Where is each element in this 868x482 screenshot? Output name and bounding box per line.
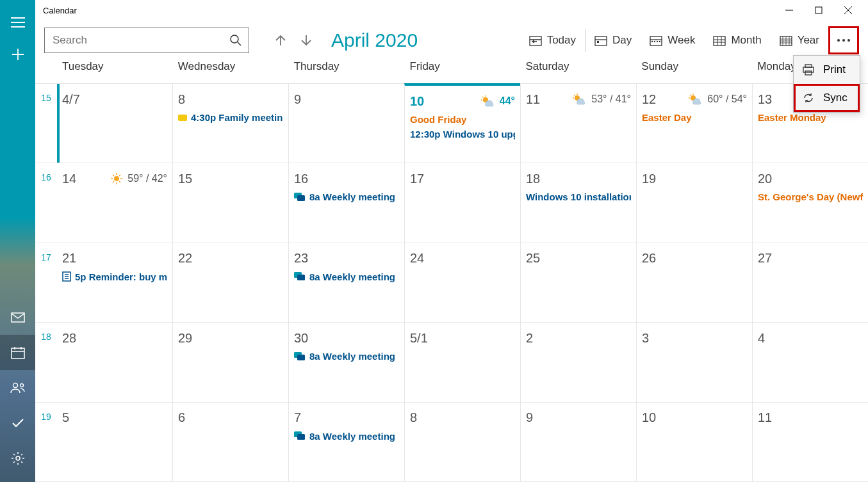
- month-title[interactable]: April 2020: [331, 29, 418, 51]
- day-button[interactable]: Day: [585, 28, 641, 53]
- calendar-cell[interactable]: 10: [636, 403, 752, 481]
- calendar-cell[interactable]: 18Windows 10 installation: [520, 163, 636, 242]
- calendar-cell[interactable]: 6: [172, 403, 288, 481]
- calendar-cell[interactable]: 1260° / 54°Easter Day: [636, 84, 752, 163]
- calendar-cell[interactable]: 4: [752, 323, 868, 401]
- maximize-button[interactable]: [804, 0, 833, 20]
- event-item[interactable]: Good Friday: [410, 114, 515, 125]
- calendar-cell[interactable]: 8: [404, 403, 520, 481]
- calendar-cell[interactable]: 3: [636, 323, 752, 401]
- calendar-cell[interactable]: 168a Weekly meeting: [288, 163, 404, 242]
- calendar-cell[interactable]: 27: [752, 243, 868, 322]
- next-month-button[interactable]: [299, 33, 313, 47]
- calendar-cell[interactable]: 9: [520, 403, 636, 481]
- calendar-cell[interactable]: 2: [520, 323, 636, 401]
- calendar-cell[interactable]: 15: [172, 163, 288, 242]
- search-box[interactable]: [44, 28, 249, 53]
- minimize-button[interactable]: [774, 0, 804, 20]
- svg-point-6: [231, 35, 238, 43]
- today-label: Today: [547, 34, 576, 47]
- calendar-cell[interactable]: 5/1: [404, 323, 520, 401]
- date-number: 19: [642, 172, 656, 186]
- year-button[interactable]: Year: [771, 28, 828, 53]
- calendar-cell[interactable]: 84:30p Family meeting: [172, 84, 288, 163]
- event-text: 8a Weekly meeting: [309, 431, 395, 442]
- event-item[interactable]: Easter Day: [642, 112, 747, 123]
- calendar-cell[interactable]: 4/7: [57, 84, 172, 163]
- calendar-cell[interactable]: 17: [404, 163, 520, 242]
- date-number: 25: [526, 251, 540, 266]
- calendar-cell[interactable]: 78a Weekly meeting: [288, 403, 404, 481]
- search-input[interactable]: [45, 34, 223, 47]
- today-button[interactable]: Today: [520, 28, 585, 53]
- close-button[interactable]: [833, 0, 863, 20]
- calendar-cell[interactable]: 1459° / 42°: [57, 163, 172, 242]
- date-number: 8: [178, 92, 185, 107]
- calendar-row: 195678a Weekly meeting891011: [35, 403, 868, 482]
- calendar-cell[interactable]: 24: [404, 243, 520, 322]
- weekday-label: Thursday: [289, 60, 405, 73]
- arrow-down-icon: [299, 33, 313, 47]
- calendar-cell[interactable]: 25: [520, 243, 636, 322]
- weekday-label: Sunday: [636, 60, 752, 73]
- sync-menuitem[interactable]: Sync: [794, 84, 860, 112]
- weather-info: 44°: [480, 95, 515, 108]
- mail-button[interactable]: [0, 300, 35, 335]
- event-text: 8a Weekly meeting: [309, 271, 395, 282]
- calendar-cell[interactable]: 9: [288, 84, 404, 163]
- week-number: 17: [35, 243, 57, 322]
- ellipsis-icon: [837, 38, 851, 42]
- calendar-cell[interactable]: 5: [57, 403, 172, 481]
- calendar-cell[interactable]: 20St. George's Day (Newfo: [752, 163, 868, 242]
- event-item[interactable]: 8a Weekly meeting: [294, 271, 399, 282]
- more-options-button[interactable]: [828, 26, 859, 54]
- hamburger-button[interactable]: [0, 6, 35, 38]
- search-icon[interactable]: [223, 28, 249, 53]
- calendar-cell[interactable]: 29: [172, 323, 288, 401]
- people-icon: [10, 382, 26, 394]
- print-icon: [803, 64, 814, 76]
- calendar-cell[interactable]: 11: [752, 403, 868, 481]
- event-item[interactable]: 12:30p Windows 10 upg: [410, 129, 515, 140]
- print-menuitem[interactable]: Print: [794, 56, 860, 84]
- event-item[interactable]: St. George's Day (Newfo: [758, 191, 863, 202]
- date-number: 11: [758, 410, 772, 425]
- calendar-button[interactable]: [0, 335, 35, 370]
- date-number: 26: [642, 251, 656, 266]
- event-item[interactable]: 8a Weekly meeting: [294, 351, 399, 362]
- weather-info: 59° / 42°: [110, 172, 167, 186]
- event-item[interactable]: 8a Weekly meeting: [294, 431, 399, 442]
- calendar-cell[interactable]: 215p Reminder: buy mil: [57, 243, 172, 322]
- add-event-button[interactable]: [0, 38, 35, 70]
- more-options-menu: Print Sync: [793, 55, 860, 113]
- settings-button[interactable]: [0, 440, 35, 476]
- svg-rect-9: [597, 41, 599, 43]
- svg-rect-15: [714, 36, 725, 45]
- event-item[interactable]: 5p Reminder: buy mil: [62, 271, 167, 282]
- event-item[interactable]: Windows 10 installation: [526, 191, 631, 202]
- calendar-cell[interactable]: 1153° / 41°: [520, 84, 636, 163]
- svg-point-4: [16, 456, 20, 460]
- calendar-cell[interactable]: 19: [636, 163, 752, 242]
- week-button[interactable]: Week: [641, 28, 704, 53]
- event-item[interactable]: 8a Weekly meeting: [294, 191, 399, 202]
- calendar-cell[interactable]: 1044°Good Friday12:30p Windows 10 upg: [404, 83, 520, 163]
- weather-temp: 44°: [500, 95, 515, 107]
- date-number: 4/7: [62, 92, 80, 107]
- event-item[interactable]: Easter Monday: [758, 112, 863, 123]
- event-item[interactable]: 4:30p Family meeting: [178, 112, 283, 123]
- calendar-cell[interactable]: 238a Weekly meeting: [288, 243, 404, 322]
- calendar-cell[interactable]: 22: [172, 243, 288, 322]
- prev-month-button[interactable]: [274, 33, 288, 47]
- weekday-label: Tuesday: [57, 60, 173, 73]
- weather-icon: [480, 95, 496, 108]
- svg-rect-1: [12, 348, 24, 358]
- calendar-cell[interactable]: 28: [57, 323, 172, 401]
- week-number: 19: [35, 403, 57, 481]
- svg-rect-8: [595, 36, 607, 45]
- calendar-cell[interactable]: 308a Weekly meeting: [288, 323, 404, 401]
- month-button[interactable]: Month: [704, 28, 770, 53]
- tasks-button[interactable]: [0, 405, 35, 440]
- calendar-cell[interactable]: 26: [636, 243, 752, 322]
- people-button[interactable]: [0, 370, 35, 405]
